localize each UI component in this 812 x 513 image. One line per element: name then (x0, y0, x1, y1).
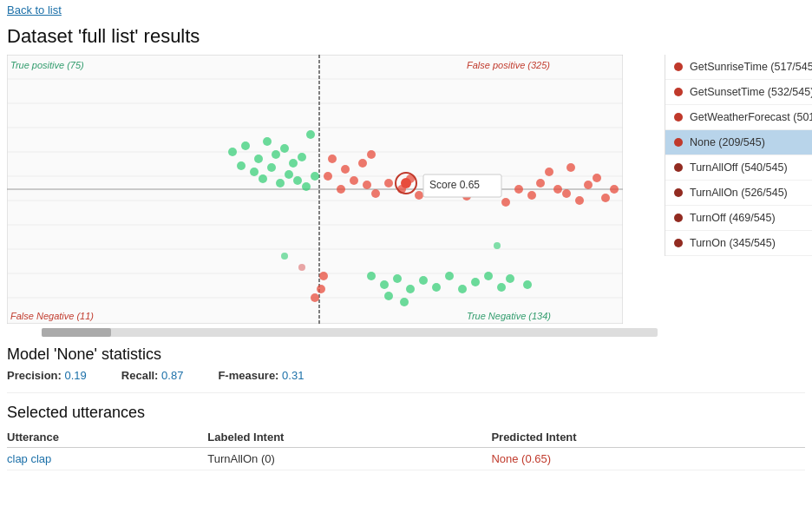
svg-point-39 (371, 189, 380, 198)
svg-point-35 (324, 172, 332, 181)
sidebar-item-GetSunriseTime[interactable]: GetSunriseTime (517/545) (665, 55, 812, 80)
intent-sidebar: GetSunriseTime (517/545) GetSunsetTime (… (665, 55, 812, 337)
svg-point-73 (445, 272, 454, 280)
sidebar-item-GetSunsetTime[interactable]: GetSunsetTime (532/545) (665, 80, 812, 105)
labeled-intent-cell: TurnAllOn (0) (207, 448, 491, 470)
svg-point-24 (298, 153, 306, 161)
svg-point-56 (562, 189, 571, 198)
svg-point-31 (311, 172, 319, 181)
col-labeled: Labeled Intent (207, 427, 491, 448)
svg-point-72 (432, 283, 441, 292)
svg-point-83 (319, 272, 328, 280)
back-link[interactable]: Back to list (0, 0, 69, 20)
chart-scrollbar[interactable] (42, 328, 658, 337)
svg-point-85 (494, 242, 501, 249)
sidebar-item-TurnOn[interactable]: TurnOn (345/545) (665, 231, 812, 256)
svg-point-51 (514, 185, 523, 194)
svg-point-33 (263, 137, 272, 146)
stats-row: Precision: 0.19 Recall: 0.87 F-measure: … (7, 369, 805, 382)
svg-point-54 (545, 168, 553, 176)
utterance-cell[interactable]: clap clap (7, 448, 207, 470)
col-predicted: Predicted Intent (491, 427, 805, 448)
svg-point-87 (298, 264, 305, 271)
svg-point-65 (367, 150, 376, 159)
svg-point-27 (276, 179, 285, 187)
predicted-intent-cell: None (0.65) (491, 448, 805, 470)
svg-point-68 (380, 280, 389, 289)
svg-point-70 (406, 285, 415, 293)
sidebar-item-None[interactable]: None (209/545) (665, 130, 812, 155)
svg-point-75 (471, 278, 480, 286)
svg-point-58 (584, 181, 593, 189)
svg-point-82 (317, 285, 325, 293)
svg-point-67 (367, 272, 376, 280)
svg-point-28 (285, 170, 293, 179)
svg-point-43 (415, 191, 423, 200)
svg-point-84 (311, 293, 319, 302)
utterances-section: Selected utterances Utterance Labeled In… (0, 398, 812, 476)
stats-title: Model 'None' statistics (7, 345, 805, 364)
svg-point-40 (384, 179, 393, 187)
utterances-title: Selected utterances (7, 404, 805, 422)
svg-point-76 (484, 272, 493, 280)
svg-text:True Negative (134): True Negative (134) (467, 311, 551, 321)
table-header-row: Utterance Labeled Intent Predicted Inten… (7, 427, 805, 448)
svg-point-17 (228, 148, 237, 156)
svg-text:False Negative (11): False Negative (11) (10, 311, 94, 321)
svg-point-71 (419, 276, 428, 285)
svg-point-21 (272, 150, 280, 159)
svg-point-18 (241, 141, 250, 150)
recall-stat: Recall: 0.87 (121, 369, 184, 382)
svg-point-26 (259, 174, 267, 183)
svg-point-20 (267, 163, 276, 172)
svg-point-50 (501, 198, 510, 207)
svg-point-52 (527, 191, 536, 200)
svg-point-25 (250, 168, 259, 176)
svg-point-79 (523, 280, 532, 289)
svg-point-77 (497, 283, 506, 292)
svg-point-80 (384, 292, 393, 300)
svg-point-30 (302, 182, 311, 191)
svg-point-38 (363, 181, 371, 189)
chart-area: 1 0.8 0.6 0.4 0.2 0 -0.2 -0.4 -0.6 -0.8 … (0, 55, 665, 337)
svg-point-59 (593, 174, 601, 182)
svg-point-81 (400, 298, 409, 306)
svg-point-89 (401, 178, 411, 188)
col-utterance: Utterance (7, 427, 207, 448)
svg-point-32 (237, 161, 246, 170)
sidebar-item-TurnAllOff[interactable]: TurnAllOff (540/545) (665, 155, 812, 181)
svg-point-60 (601, 194, 610, 202)
fmeasure-stat: F-measure: 0.31 (218, 369, 304, 382)
page-title: Dataset 'full list' results (0, 20, 812, 55)
svg-point-62 (328, 155, 337, 163)
intent-list: GetSunriseTime (517/545) GetSunsetTime (… (665, 55, 812, 256)
svg-point-23 (289, 159, 298, 168)
svg-point-64 (358, 159, 367, 168)
svg-text:False positive (325): False positive (325) (467, 60, 550, 70)
svg-point-78 (506, 274, 514, 283)
svg-point-22 (280, 144, 289, 153)
svg-point-86 (281, 253, 288, 260)
utterances-table: Utterance Labeled Intent Predicted Inten… (7, 427, 805, 470)
sidebar-item-TurnAllOn[interactable]: TurnAllOn (526/545) (665, 181, 812, 206)
scatter-chart: True positive (75) False positive (325) … (7, 55, 623, 324)
svg-point-19 (254, 155, 263, 163)
svg-point-29 (293, 176, 302, 185)
svg-point-63 (341, 165, 350, 174)
svg-point-55 (553, 185, 562, 194)
sidebar-item-TurnOff[interactable]: TurnOff (469/545) (665, 206, 812, 231)
svg-point-57 (575, 196, 584, 205)
svg-point-61 (610, 185, 619, 194)
svg-point-66 (566, 163, 575, 172)
svg-text:Score  0.65: Score 0.65 (429, 179, 480, 191)
table-row: clap clap TurnAllOn (0) None (0.65) (7, 448, 805, 470)
stats-section: Model 'None' statistics Precision: 0.19 … (0, 337, 812, 387)
svg-point-53 (536, 179, 545, 187)
svg-point-37 (350, 176, 358, 185)
svg-point-34 (306, 130, 315, 139)
sidebar-item-GetWeatherForecast[interactable]: GetWeatherForecast (501/545) (665, 105, 812, 130)
svg-point-74 (458, 285, 467, 293)
svg-point-36 (337, 185, 345, 194)
precision-stat: Precision: 0.19 (7, 369, 87, 382)
svg-text:True positive (75): True positive (75) (10, 60, 84, 70)
